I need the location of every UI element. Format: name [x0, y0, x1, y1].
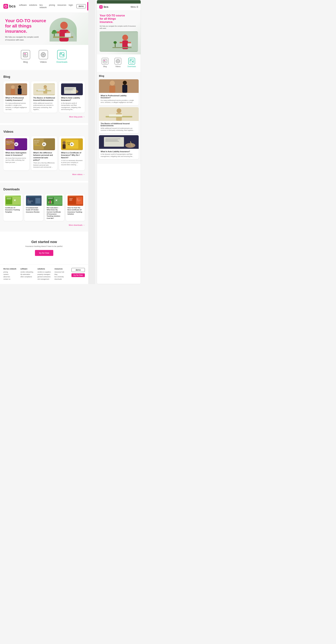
svg-rect-7 — [65, 33, 71, 37]
dl-card-title-1: 9 Fundamentals Guide Of Vendor Insurance… — [26, 207, 42, 213]
footer-try-button[interactable]: try for free — [71, 273, 85, 277]
footer-link-careers[interactable]: careers — [4, 274, 17, 275]
mobile-blog-card-1[interactable]: The Basics of Additional Insured Endorse… — [99, 107, 139, 133]
get-started-try-button[interactable]: try for free — [35, 250, 53, 256]
svg-rect-41 — [65, 88, 74, 89]
videos-section-title: Videos — [4, 130, 85, 134]
mobile-downloads-icon-box — [128, 58, 135, 64]
footer-link-rfp[interactable]: rfp automation — [20, 274, 34, 275]
mobile-menu-button[interactable]: Menu ☰ — [131, 6, 138, 8]
video-card-0[interactable]: WHAT DOES SUBROGATION MEAN? ▶ What does … — [4, 136, 29, 170]
panel-spacer — [88, 0, 95, 284]
nav-solutions[interactable]: solutions — [29, 4, 37, 9]
dl-img-0: ✕ — [5, 196, 21, 206]
svg-rect-96 — [100, 32, 138, 51]
mobile-blog-card-2[interactable]: What Is Auto Liability Insurance? In the… — [99, 135, 139, 159]
more-downloads-link[interactable]: More downloads → — [4, 223, 85, 226]
svg-point-120 — [110, 80, 115, 86]
nav-resources[interactable]: resources — [57, 4, 66, 9]
svg-text:✕: ✕ — [55, 199, 58, 202]
video-card-desc-1: There are a few key differences between … — [33, 162, 55, 168]
svg-text:COMMERCIAL: COMMERCIAL — [34, 145, 40, 146]
blog-card-1[interactable]: The Basics of Additional Insured Endorse… — [31, 81, 57, 113]
footer-link-contractors[interactable]: general contractors — [38, 276, 51, 278]
blog-card-0[interactable]: What Is Professional Liability Insurance… — [4, 81, 29, 113]
footer-col-2: solutions vendors & suppliers property m… — [38, 268, 51, 281]
svg-rect-107 — [104, 61, 106, 61]
nav-login[interactable]: login — [69, 4, 73, 9]
footer-col-2-heading: solutions — [38, 268, 51, 270]
hamburger-icon: ☰ — [136, 6, 138, 8]
mobile-logo[interactable]: bcs — [99, 5, 108, 9]
mobile-blog-icon[interactable]: Blog — [102, 58, 108, 68]
svg-text:WHAT DOES: WHAT DOES — [6, 141, 12, 142]
footer-link-university[interactable]: bcs university — [55, 276, 68, 278]
mobile-videos-icon[interactable]: Videos — [115, 58, 121, 68]
svg-text:PERSONAL: PERSONAL — [34, 142, 39, 143]
mobile-blog-card-body-2: What Is Auto Liability Insurance? In the… — [99, 149, 139, 159]
nav-software[interactable]: software — [19, 4, 27, 9]
dl-card-0[interactable]: ✕ Certificate Of Insurance Tracking Temp… — [4, 194, 23, 221]
footer-link-blog[interactable]: blog — [55, 274, 68, 275]
footer-link-downloads[interactable]: downloads — [55, 278, 68, 280]
svg-rect-92 — [69, 199, 72, 200]
footer-link-hub[interactable]: resources hub — [55, 271, 68, 273]
demo-button[interactable]: demo — [76, 4, 86, 8]
downloads-section-title: Downloads — [4, 188, 85, 191]
svg-rect-119 — [99, 79, 139, 93]
svg-rect-14 — [24, 54, 26, 54]
footer-grid: the bcs network pricing careers about bc… — [4, 268, 85, 281]
mobile-downloads-icon[interactable]: Downloads — [127, 58, 136, 68]
navbar: bcs software solutions bcs network prici… — [0, 0, 88, 13]
dl-card-3[interactable]: bcs How To Find The Best How To Find The… — [66, 194, 85, 221]
mobile-blog-card-img-0 — [99, 79, 139, 93]
more-videos-link[interactable]: More videos → — [4, 173, 85, 176]
video-thumb-2: Certificates of Insurance ▶ — [61, 138, 83, 150]
hero-section: Your GO-TO source for all things insuran… — [0, 13, 88, 45]
video-thumb-0: WHAT DOES SUBROGATION MEAN? ▶ — [6, 138, 27, 150]
nav-bcs-network[interactable]: bcs network — [40, 4, 47, 9]
footer-col-1-heading: software — [20, 268, 34, 270]
svg-rect-91 — [69, 198, 73, 198]
downloads-icon-box — [57, 50, 67, 59]
svg-rect-60 — [63, 144, 66, 149]
footer-link-compliance[interactable]: other compliance — [20, 276, 34, 278]
downloads-icon-item[interactable]: Downloads — [57, 50, 67, 63]
footer-link-property[interactable]: property managers — [38, 274, 51, 275]
more-blog-link[interactable]: More blog posts → — [4, 115, 85, 118]
blog-icon-item[interactable]: Blog — [21, 50, 30, 63]
video-card-desc-2: A COI is a necessary document to prove y… — [61, 160, 83, 166]
footer-link-pricing[interactable]: pricing — [4, 271, 17, 273]
dl-card-1[interactable]: bcs The Fundamentals of Vendor Insurance… — [24, 194, 44, 221]
svg-rect-42 — [65, 89, 72, 89]
video-card-1[interactable]: MINI VIDEOS PERSONAL PLANS COMMERCIAL ▶ … — [31, 136, 57, 170]
mobile-blog-card-0[interactable]: What Is Professional Liability Insurance… — [99, 79, 139, 105]
mobile-blog-card-title-1: The Basics of Additional Insured Endorse… — [101, 122, 137, 126]
blog-card-2[interactable]: What Is Auto Liability Insurance? In the… — [59, 81, 85, 113]
mobile-status-bar — [97, 0, 141, 4]
footer-link-vendors[interactable]: vendors & suppliers — [38, 271, 51, 273]
play-icon-2: ▶ — [70, 142, 74, 146]
svg-rect-108 — [104, 61, 106, 62]
blog-icon-box — [21, 50, 30, 59]
footer-link-contact[interactable]: contact us — [4, 278, 17, 280]
svg-point-11 — [52, 32, 54, 34]
svg-point-97 — [122, 34, 128, 40]
dl-card-2[interactable]: ✕ ROI Calculator – What Does My Current … — [45, 194, 64, 221]
mobile-blog-card-img-1 — [99, 107, 139, 121]
footer-link-risk[interactable]: risk management — [38, 278, 51, 280]
footer-link-about[interactable]: about bcs — [4, 276, 17, 278]
svg-point-95 — [100, 6, 102, 8]
nav-pricing[interactable]: pricing — [49, 4, 55, 9]
svg-rect-78 — [48, 198, 53, 198]
footer-link-vendor-onboarding[interactable]: vendor onboarding — [20, 271, 34, 273]
videos-icon-item[interactable]: Videos — [39, 50, 48, 63]
logo[interactable]: bcs — [4, 4, 16, 9]
video-card-2[interactable]: Certificates of Insurance ▶ What is a Ce… — [59, 136, 85, 170]
svg-rect-90 — [69, 198, 75, 204]
mobile-navbar: bcs Menu ☰ — [97, 4, 141, 10]
footer-demo-button[interactable]: demo — [71, 268, 85, 272]
mobile-menu-label: Menu — [131, 6, 136, 8]
dl-img-3: bcs How To Find The Best — [68, 196, 83, 206]
hero-image — [50, 18, 77, 42]
